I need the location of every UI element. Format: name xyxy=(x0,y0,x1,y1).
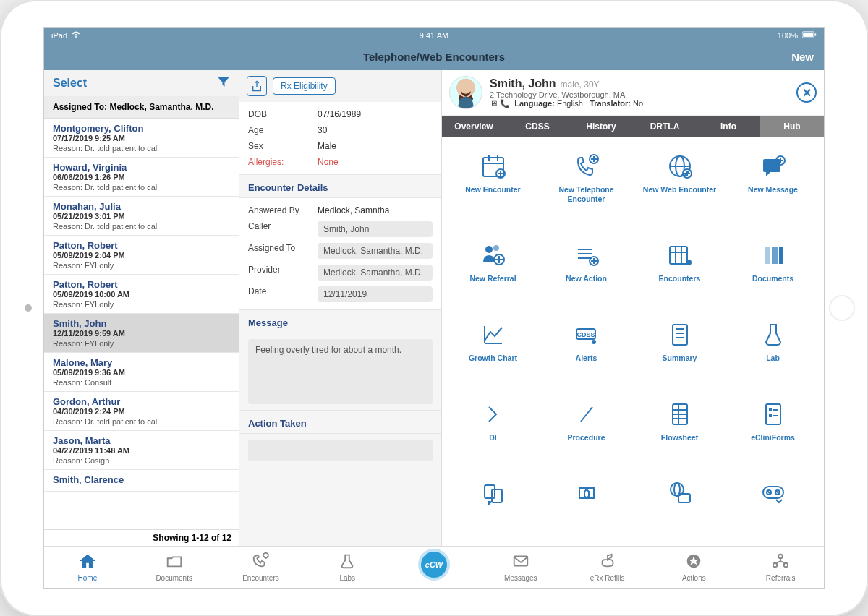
hub-tile-lab[interactable]: Lab xyxy=(726,313,820,388)
hub-tile-ecliniforms[interactable]: eCliniForms xyxy=(726,393,820,468)
hub-tile-new-web-encounter[interactable]: New Web Encounter xyxy=(633,145,726,229)
hub-tile-tile-16[interactable] xyxy=(446,472,540,539)
list-item[interactable]: Monahan, Julia 05/21/2019 3:01 PM Reason… xyxy=(44,197,239,236)
list-item[interactable]: Patton, Robert 05/09/2019 10:00 AM Reaso… xyxy=(44,275,239,314)
bottom-tab-home[interactable]: Home xyxy=(44,547,131,588)
patient-list[interactable]: Montgomery, Clifton 07/17/2019 9:25 AM R… xyxy=(44,119,239,529)
list-item[interactable]: Jason, Marta 04/27/2019 11:48 AM Reason:… xyxy=(44,431,239,470)
list-item[interactable]: Montgomery, Clifton 07/17/2019 9:25 AM R… xyxy=(44,119,239,158)
share-button[interactable] xyxy=(247,76,267,96)
hub-tab-cdss[interactable]: CDSS xyxy=(506,116,569,137)
answered-by-value: Medlock, Samntha xyxy=(318,205,389,215)
hub-tile-new-message[interactable]: New Message xyxy=(726,145,820,229)
close-hub-button[interactable]: ✕ xyxy=(796,82,817,103)
bottom-tab-encounters[interactable]: Encounters xyxy=(218,547,305,588)
hub-tile-icon xyxy=(757,150,789,182)
hub-tile-new-action[interactable]: New Action xyxy=(540,234,633,309)
hub-tab-info[interactable]: Info xyxy=(697,116,760,137)
hub-tile-flowsheet[interactable]: Flowsheet xyxy=(633,393,726,468)
hub-tile-tile-18[interactable] xyxy=(633,472,726,539)
hub-tile-new-encounter[interactable]: New Encounter xyxy=(446,145,540,229)
svg-rect-57 xyxy=(769,408,772,411)
hub-tile-label: New Encounter xyxy=(465,185,520,194)
hub-tile-label: Lab xyxy=(766,354,780,363)
svg-rect-59 xyxy=(769,414,772,417)
list-item[interactable]: Patton, Robert 05/09/2019 2:04 PM Reason… xyxy=(44,236,239,275)
list-item-reason: Reason: FYI only xyxy=(53,300,230,309)
hub-tab-history[interactable]: History xyxy=(569,116,633,137)
hub-tile-new-telephone-encounter[interactable]: New Telephone Encounter xyxy=(540,145,633,229)
encounter-details-title: Encounter Details xyxy=(239,174,441,198)
list-item[interactable]: Gordon, Arthur 04/30/2019 2:24 PM Reason… xyxy=(44,392,239,431)
hub-tab-drtla[interactable]: DRTLA xyxy=(633,116,697,137)
hub-tile-icon xyxy=(664,398,696,430)
status-bar: iPad 9:41 AM 100% xyxy=(44,28,824,43)
hub-tile-di[interactable]: DI xyxy=(446,393,540,468)
hub-tile-alerts[interactable]: CDSS Alerts xyxy=(540,313,633,388)
bottom-tab-label: eRx Refills xyxy=(590,574,625,582)
bottom-tab-label: Messages xyxy=(504,574,537,582)
bottom-tab-label: Home xyxy=(78,574,98,582)
bottom-tab-documents[interactable]: Documents xyxy=(131,547,218,588)
rx-eligibility-button[interactable]: Rx Eligibility xyxy=(273,77,336,95)
ipad-home-button[interactable] xyxy=(829,295,855,321)
hub-tile-tile-19[interactable] xyxy=(726,472,820,539)
list-item-name: Montgomery, Clifton xyxy=(53,123,230,134)
caller-label: Caller xyxy=(248,221,306,237)
list-item[interactable]: Malone, Mary 05/09/2019 9:36 AM Reason: … xyxy=(44,353,239,392)
hub-tile-documents[interactable]: Documents xyxy=(726,234,820,309)
provider-input[interactable]: Medlock, Samantha, M.D. xyxy=(318,265,433,281)
translator-label: Translator: xyxy=(590,99,631,108)
list-item[interactable]: Smith, Clarence xyxy=(44,470,239,492)
caller-input[interactable]: Smith, John xyxy=(318,221,433,237)
bottom-tab-actions[interactable]: Actions xyxy=(650,547,737,588)
bottom-tab-erx-refills[interactable]: eRx Refills xyxy=(564,547,651,588)
hub-tile-icon xyxy=(477,478,509,510)
hub-tile-label: Documents xyxy=(752,274,793,283)
bottom-tab-ecw[interactable]: eCW xyxy=(391,547,477,588)
hub-tile-icon xyxy=(571,239,603,271)
svg-rect-71 xyxy=(514,557,528,566)
filter-icon[interactable] xyxy=(217,76,230,90)
list-item-name: Monahan, Julia xyxy=(53,201,230,212)
ecw-logo-icon: eCW xyxy=(418,549,450,581)
list-item-reason: Reason: Dr. told patient to call xyxy=(53,417,230,426)
bottom-tab-referrals[interactable]: Referrals xyxy=(737,547,824,588)
svg-rect-62 xyxy=(492,489,502,502)
new-button[interactable]: New xyxy=(791,51,814,63)
hub-tile-new-referral[interactable]: New Referral xyxy=(446,234,540,309)
list-item[interactable]: Smith, John 12/11/2019 9:59 AM Reason: F… xyxy=(44,314,239,353)
bottom-tab-labs[interactable]: Labs xyxy=(304,547,391,588)
hub-tile-encounters[interactable]: Encounters xyxy=(633,234,726,309)
language-label: Language: xyxy=(514,99,555,108)
age-value: 30 xyxy=(318,125,327,135)
assigned-to-input[interactable]: Medlock, Samantha, M.D. xyxy=(318,243,433,259)
patient-name: Smith, John xyxy=(490,77,556,90)
hub-tile-procedure[interactable]: Procedure xyxy=(540,393,633,468)
allergies-label: Allergies: xyxy=(248,157,306,167)
date-input[interactable]: 12/11/2019 xyxy=(318,286,433,302)
message-textarea[interactable]: Feeling overly tired for about a month. xyxy=(248,339,433,404)
assigned-to-label: Assigned To xyxy=(248,243,306,259)
patient-hub-panel: Smith, Johnmale, 30Y 2 Technology Drive,… xyxy=(442,70,824,546)
list-item[interactable]: Howard, Virginia 06/06/2019 1:26 PM Reas… xyxy=(44,158,239,197)
list-item-datetime: 12/11/2019 9:59 AM xyxy=(53,329,230,338)
hub-tab-overview[interactable]: Overview xyxy=(442,116,506,137)
svg-point-25 xyxy=(493,245,499,251)
hub-tile-growth-chart[interactable]: Growth Chart xyxy=(446,313,540,388)
action-taken-textarea[interactable] xyxy=(248,440,433,461)
dob-value: 07/16/1989 xyxy=(318,109,361,119)
list-item-datetime: 04/30/2019 2:24 PM xyxy=(53,407,230,416)
list-item-reason: Reason: FYI only xyxy=(53,339,230,348)
hub-tile-tile-17[interactable] xyxy=(540,472,633,539)
bottom-tab-icon xyxy=(251,552,270,573)
hub-grid: New Encounter New Telephone Encounter Ne… xyxy=(442,137,824,546)
hub-tab-hub[interactable]: Hub xyxy=(760,116,824,137)
bottom-tab-label: Referrals xyxy=(766,574,796,582)
bottom-tab-messages[interactable]: Messages xyxy=(477,547,564,588)
list-header[interactable]: Select xyxy=(44,70,239,96)
svg-rect-56 xyxy=(766,404,780,424)
bottom-tab-icon xyxy=(165,552,184,573)
list-item-name: Gordon, Arthur xyxy=(53,396,230,407)
hub-tile-summary[interactable]: Summary xyxy=(633,313,726,388)
